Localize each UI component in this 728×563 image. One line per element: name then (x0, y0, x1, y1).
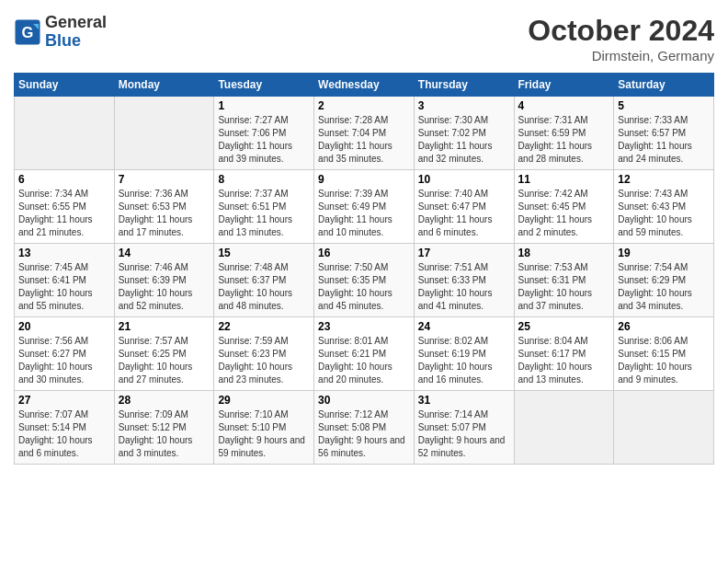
day-info: Sunrise: 7:59 AMSunset: 6:23 PMDaylight:… (218, 335, 310, 386)
day-number: 20 (18, 320, 110, 333)
day-cell: 21Sunrise: 7:57 AMSunset: 6:25 PMDayligh… (114, 317, 214, 391)
page-header: G General Blue October 2024 Dirmstein, G… (14, 14, 714, 63)
day-cell: 4Sunrise: 7:31 AMSunset: 6:59 PMDaylight… (514, 97, 614, 170)
weekday-saturday: Saturday (614, 74, 714, 97)
day-cell: 9Sunrise: 7:39 AMSunset: 6:49 PMDaylight… (314, 170, 415, 244)
day-info: Sunrise: 7:51 AMSunset: 6:33 PMDaylight:… (418, 261, 510, 313)
day-number: 17 (418, 247, 510, 259)
day-cell: 19Sunrise: 7:54 AMSunset: 6:29 PMDayligh… (614, 244, 714, 317)
logo: G General Blue (14, 14, 107, 51)
day-cell: 18Sunrise: 7:53 AMSunset: 6:31 PMDayligh… (514, 244, 614, 317)
day-number: 31 (418, 394, 510, 407)
day-info: Sunrise: 7:07 AMSunset: 5:14 PMDaylight:… (18, 408, 110, 460)
day-info: Sunrise: 7:43 AMSunset: 6:43 PMDaylight:… (618, 188, 710, 239)
day-number: 28 (119, 394, 210, 407)
week-row-4: 20Sunrise: 7:56 AMSunset: 6:27 PMDayligh… (15, 317, 714, 391)
day-number: 5 (618, 99, 710, 112)
logo-text: General Blue (45, 14, 107, 51)
day-info: Sunrise: 7:45 AMSunset: 6:41 PMDaylight:… (18, 261, 110, 313)
title-block: October 2024 Dirmstein, Germany (528, 14, 714, 63)
day-info: Sunrise: 7:31 AMSunset: 6:59 PMDaylight:… (518, 114, 610, 166)
day-cell: 29Sunrise: 7:10 AMSunset: 5:10 PMDayligh… (214, 391, 314, 465)
day-cell: 11Sunrise: 7:42 AMSunset: 6:45 PMDayligh… (514, 170, 614, 244)
day-info: Sunrise: 8:02 AMSunset: 6:19 PMDaylight:… (418, 335, 510, 386)
day-cell: 15Sunrise: 7:48 AMSunset: 6:37 PMDayligh… (214, 244, 314, 317)
day-number: 16 (318, 247, 410, 259)
day-cell: 16Sunrise: 7:50 AMSunset: 6:35 PMDayligh… (314, 244, 415, 317)
weekday-header-row: SundayMondayTuesdayWednesdayThursdayFrid… (15, 74, 714, 97)
calendar-table: SundayMondayTuesdayWednesdayThursdayFrid… (14, 73, 714, 465)
day-number: 13 (18, 247, 110, 259)
day-number: 1 (218, 99, 310, 112)
day-info: Sunrise: 7:54 AMSunset: 6:29 PMDaylight:… (618, 261, 710, 313)
day-info: Sunrise: 7:57 AMSunset: 6:25 PMDaylight:… (119, 335, 210, 386)
day-info: Sunrise: 7:50 AMSunset: 6:35 PMDaylight:… (318, 261, 410, 313)
day-number: 14 (119, 247, 210, 259)
day-number: 23 (318, 320, 410, 333)
day-info: Sunrise: 7:27 AMSunset: 7:06 PMDaylight:… (218, 114, 310, 166)
day-cell: 12Sunrise: 7:43 AMSunset: 6:43 PMDayligh… (614, 170, 714, 244)
svg-text:G: G (22, 24, 34, 40)
day-cell (15, 97, 115, 170)
day-info: Sunrise: 7:48 AMSunset: 6:37 PMDaylight:… (218, 261, 310, 313)
month-title: October 2024 (528, 14, 714, 48)
calendar-body: 1Sunrise: 7:27 AMSunset: 7:06 PMDaylight… (15, 97, 714, 465)
day-number: 10 (418, 173, 510, 186)
weekday-friday: Friday (514, 74, 614, 97)
weekday-monday: Monday (114, 74, 214, 97)
day-cell: 10Sunrise: 7:40 AMSunset: 6:47 PMDayligh… (414, 170, 514, 244)
day-number: 19 (618, 247, 710, 259)
day-cell: 17Sunrise: 7:51 AMSunset: 6:33 PMDayligh… (414, 244, 514, 317)
day-number: 2 (318, 99, 410, 112)
day-cell: 26Sunrise: 8:06 AMSunset: 6:15 PMDayligh… (614, 317, 714, 391)
day-cell: 23Sunrise: 8:01 AMSunset: 6:21 PMDayligh… (314, 317, 415, 391)
day-cell: 5Sunrise: 7:33 AMSunset: 6:57 PMDaylight… (614, 97, 714, 170)
day-info: Sunrise: 8:04 AMSunset: 6:17 PMDaylight:… (518, 335, 610, 386)
week-row-5: 27Sunrise: 7:07 AMSunset: 5:14 PMDayligh… (15, 391, 714, 465)
location: Dirmstein, Germany (528, 48, 714, 63)
day-cell: 27Sunrise: 7:07 AMSunset: 5:14 PMDayligh… (15, 391, 115, 465)
logo-icon: G (14, 18, 41, 46)
day-info: Sunrise: 7:37 AMSunset: 6:51 PMDaylight:… (218, 188, 310, 239)
day-info: Sunrise: 7:39 AMSunset: 6:49 PMDaylight:… (318, 188, 410, 239)
day-cell: 31Sunrise: 7:14 AMSunset: 5:07 PMDayligh… (414, 391, 514, 465)
day-info: Sunrise: 7:12 AMSunset: 5:08 PMDaylight:… (318, 408, 410, 460)
week-row-2: 6Sunrise: 7:34 AMSunset: 6:55 PMDaylight… (15, 170, 714, 244)
day-cell: 7Sunrise: 7:36 AMSunset: 6:53 PMDaylight… (114, 170, 214, 244)
day-number: 15 (218, 247, 310, 259)
day-number: 25 (518, 320, 610, 333)
day-info: Sunrise: 7:46 AMSunset: 6:39 PMDaylight:… (119, 261, 210, 313)
day-cell: 3Sunrise: 7:30 AMSunset: 7:02 PMDaylight… (414, 97, 514, 170)
day-number: 18 (518, 247, 610, 259)
day-number: 21 (119, 320, 210, 333)
week-row-3: 13Sunrise: 7:45 AMSunset: 6:41 PMDayligh… (15, 244, 714, 317)
day-number: 29 (218, 394, 310, 407)
day-cell (514, 391, 614, 465)
day-info: Sunrise: 7:10 AMSunset: 5:10 PMDaylight:… (218, 408, 310, 460)
day-info: Sunrise: 7:09 AMSunset: 5:12 PMDaylight:… (119, 408, 210, 460)
weekday-tuesday: Tuesday (214, 74, 314, 97)
day-cell: 24Sunrise: 8:02 AMSunset: 6:19 PMDayligh… (414, 317, 514, 391)
day-cell: 14Sunrise: 7:46 AMSunset: 6:39 PMDayligh… (114, 244, 214, 317)
day-number: 12 (618, 173, 710, 186)
day-cell: 22Sunrise: 7:59 AMSunset: 6:23 PMDayligh… (214, 317, 314, 391)
day-info: Sunrise: 7:14 AMSunset: 5:07 PMDaylight:… (418, 408, 510, 460)
day-cell: 1Sunrise: 7:27 AMSunset: 7:06 PMDaylight… (214, 97, 314, 170)
day-info: Sunrise: 7:34 AMSunset: 6:55 PMDaylight:… (18, 188, 110, 239)
week-row-1: 1Sunrise: 7:27 AMSunset: 7:06 PMDaylight… (15, 97, 714, 170)
day-number: 9 (318, 173, 410, 186)
day-info: Sunrise: 7:28 AMSunset: 7:04 PMDaylight:… (318, 114, 410, 166)
day-info: Sunrise: 7:42 AMSunset: 6:45 PMDaylight:… (518, 188, 610, 239)
day-cell: 25Sunrise: 8:04 AMSunset: 6:17 PMDayligh… (514, 317, 614, 391)
day-number: 11 (518, 173, 610, 186)
day-number: 26 (618, 320, 710, 333)
day-info: Sunrise: 7:36 AMSunset: 6:53 PMDaylight:… (119, 188, 210, 239)
day-number: 8 (218, 173, 310, 186)
day-number: 24 (418, 320, 510, 333)
day-cell: 28Sunrise: 7:09 AMSunset: 5:12 PMDayligh… (114, 391, 214, 465)
day-number: 3 (418, 99, 510, 112)
day-cell: 6Sunrise: 7:34 AMSunset: 6:55 PMDaylight… (15, 170, 115, 244)
day-cell: 13Sunrise: 7:45 AMSunset: 6:41 PMDayligh… (15, 244, 115, 317)
day-info: Sunrise: 8:01 AMSunset: 6:21 PMDaylight:… (318, 335, 410, 386)
day-number: 27 (18, 394, 110, 407)
